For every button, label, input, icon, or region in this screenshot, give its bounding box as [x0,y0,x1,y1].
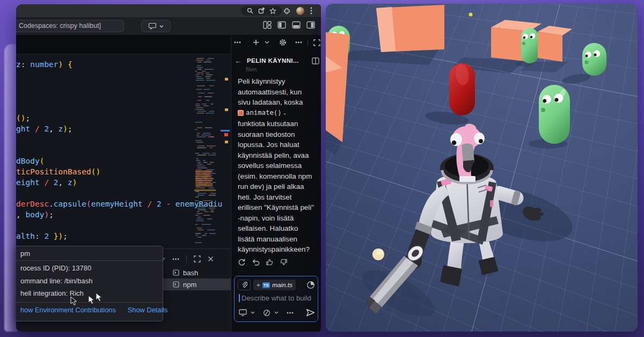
red-capsule [449,63,475,115]
ts-file-icon: TS [262,282,270,288]
menu-dots-icon[interactable] [310,7,312,14]
code-line [16,91,222,102]
browser-toolbar [16,4,321,17]
terminal-tab-list: bashnpm [159,267,231,290]
more-icon[interactable] [172,258,179,260]
message-line: sivu ladataan, koska [238,97,319,108]
chat-input-box[interactable]: + TS main.ts Describe what to build [234,276,318,322]
thumbs-up-icon[interactable] [266,258,274,266]
message-line: käynnistää pelin, avaa [238,150,319,161]
terminal-tab-npm[interactable]: npm [159,279,231,290]
chevron-down-icon[interactable] [274,311,279,314]
panel-left-icon[interactable] [277,21,286,29]
terminal-icon [173,269,179,276]
more-icon[interactable] [287,312,294,314]
tooltip-link[interactable]: Show Details [128,306,168,314]
terminal-tab-bash[interactable]: bash [159,267,231,279]
context-file-name: main.ts [272,281,292,289]
code-line: dBody( [16,156,222,166]
message-line: erillisen "Käynnistä peli" [238,202,319,213]
profile-avatar[interactable] [296,7,304,15]
message-line: animate() - [238,108,319,119]
message-line: sellaisen. Haluatko [238,223,319,234]
message-line: Peli käynnistyy [238,76,319,87]
extensions-icon[interactable] [283,8,290,14]
ruler-marker [221,130,230,131]
message-line: (esim. komennolla npm [238,171,319,182]
divider [186,255,187,262]
code-line: (); [16,113,222,123]
share-icon[interactable] [258,8,265,14]
message-line: run dev) ja peli alkaa [238,181,319,192]
message-line: lopussa. Jos haluat [238,140,319,150]
assistant-message: Peli käynnistyyautomaattisesti, kunsivu … [238,76,319,255]
close-icon[interactable] [208,256,214,262]
new-chat-icon[interactable] [253,39,259,46]
layout-controls [263,21,315,29]
command-center[interactable]: Codespaces: crispy halibut] [16,20,124,32]
message-line: funktiota kutsutaan [238,119,319,129]
code-editor[interactable]: z: number) { ();ght / 2, z); dBody(ticPo… [16,54,231,248]
context-file-chip[interactable]: + TS main.ts [253,280,296,290]
chat-panel: ← PELIN KÄYNNI... files Peli käynnistyya… [231,35,321,332]
minimap[interactable] [194,57,216,246]
maximize-panel-icon[interactable] [194,255,201,262]
paperclip-icon [241,282,247,288]
chat-input-placeholder[interactable]: Describe what to build [241,294,311,302]
terminal-actions [160,255,214,262]
message-line: automaattisesti, kun [238,87,319,98]
message-line: käynnistyspainikkeen? [238,244,319,255]
divider [308,39,308,46]
panel-right-icon[interactable] [306,21,315,29]
overview-ruler [221,54,231,248]
refresh-icon[interactable] [238,258,246,266]
thumbs-down-icon[interactable] [280,258,288,266]
code-line: z: number) { [16,59,222,70]
tooltip-link[interactable]: how Environment Contributions [20,306,116,314]
code-line [16,70,222,80]
chat-thread-title[interactable]: PELIN KÄYNNI... [247,57,299,64]
open-in-editor-icon[interactable] [312,57,319,64]
customize-layout-icon[interactable] [263,21,272,29]
undo-icon[interactable] [252,258,260,266]
star-icon[interactable] [269,8,276,14]
tooltip-row: rocess ID (PID): 13780 [20,264,158,272]
code-line [16,188,222,199]
code-line [16,145,222,156]
chat-header-actions [234,39,320,46]
chevron-down-icon[interactable] [265,41,269,44]
chevron-down-icon[interactable] [251,311,255,314]
more-icon[interactable] [295,41,302,43]
green-blob-right [582,43,606,76]
symbol-method-icon [238,110,244,116]
game-viewport[interactable] [326,4,638,332]
copilot-chat-button[interactable] [141,20,171,32]
more-icon[interactable] [234,41,241,43]
back-arrow-icon[interactable]: ← [235,56,242,65]
send-icon[interactable] [306,309,315,317]
editor-tabstrip [16,35,231,54]
code-line [16,134,222,145]
search-icon[interactable] [247,8,253,14]
code-line: derDesc.capsule(enemyHeight / 2 - enemyR… [16,199,222,209]
message-line: sovellus selaimessa [238,160,319,171]
message-actions [238,258,288,266]
screen-full-icon[interactable] [313,39,320,46]
mode-slash-circle-icon[interactable] [263,309,270,317]
screen-icon[interactable] [239,309,247,316]
tooltip-title: pm [16,246,163,261]
panel-bottom-icon[interactable] [292,21,301,29]
inline-code-chip[interactable]: animate() [238,108,282,119]
context-usage-pie[interactable] [306,281,315,289]
green-blob-top [521,28,538,63]
code-line: alth: 2 }); [16,231,222,241]
code-line [16,220,222,231]
desktop: Codespaces: crispy halibut] [0,0,644,337]
message-line: lisätä manuaalisen [238,234,319,245]
text-caret [239,294,240,302]
attach-context-button[interactable] [238,280,251,290]
yellow-dot [469,13,473,17]
scrolled-message-fragment: files [246,66,310,71]
code-line: ticPositionBased() [16,166,222,177]
gear-icon[interactable] [279,39,287,46]
